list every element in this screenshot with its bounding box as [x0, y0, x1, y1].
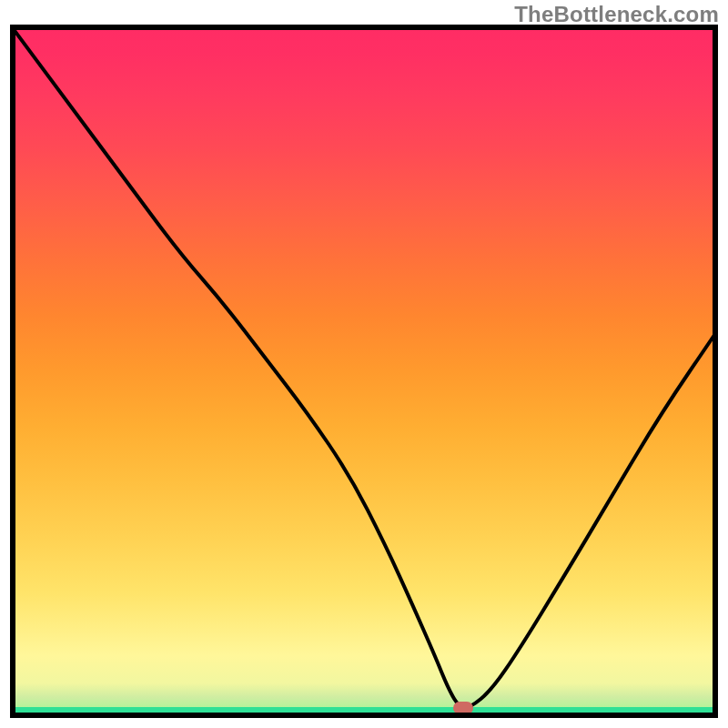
gradient-background [10, 25, 718, 718]
optimal-point-marker [453, 702, 473, 714]
plot-frame [10, 25, 718, 718]
watermark-text: TheBottleneck.com [514, 2, 719, 27]
chart-container: TheBottleneck.com [0, 0, 728, 728]
